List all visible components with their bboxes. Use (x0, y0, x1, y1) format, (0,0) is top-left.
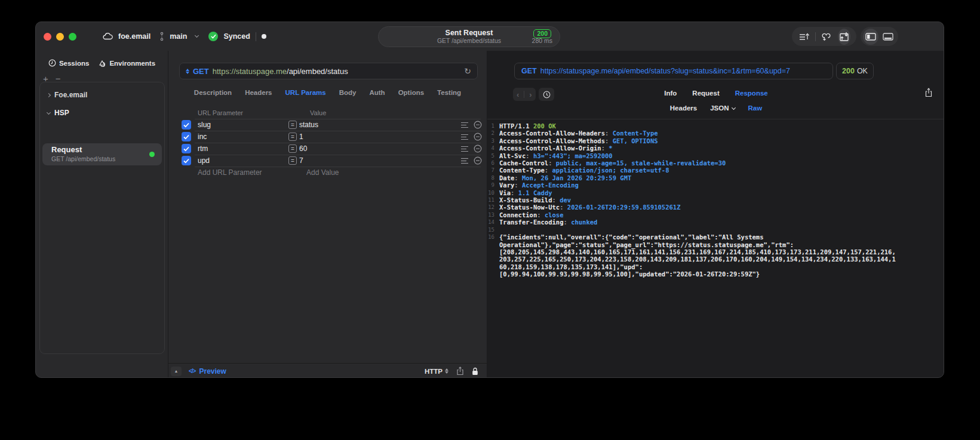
expand-panel-icon[interactable]: ▲ (171, 367, 182, 376)
tree-item-hsp[interactable]: HSP (40, 106, 164, 119)
tree-item-foe-email[interactable]: Foe.email (40, 88, 164, 101)
response-line: 3Access-Control-Allow-Methods: GET, OPTI… (487, 137, 944, 144)
toggle-bottom-panel-icon[interactable] (880, 29, 896, 45)
param-name[interactable]: upd (198, 156, 288, 165)
method-stepper-icon[interactable] (186, 69, 189, 74)
request-duration: 280 ms (532, 37, 552, 44)
import-export-icon[interactable] (838, 29, 850, 45)
request-footer: ▲ </> Preview HTTP (168, 363, 487, 378)
sidebar-tabs: Sessions Environments (36, 59, 168, 67)
response-line: 10Via: 1.1 Caddy (487, 189, 944, 196)
row-remove-icon[interactable] (474, 133, 483, 141)
tab-raw[interactable]: Raw (748, 104, 763, 112)
add-param-placeholder[interactable]: Add URL Parameter (198, 168, 306, 177)
sessions-list: Foe.email HSP Request GET /api/embed/sta… (39, 82, 165, 354)
toolbar-divider (815, 32, 816, 41)
chevron-right-icon (47, 93, 51, 97)
request-url-bar[interactable]: GET https://statuspage.me/api/embed/stat… (179, 63, 478, 79)
close-window-button[interactable] (44, 33, 51, 41)
row-options-icon[interactable] (460, 134, 470, 140)
tab-json[interactable]: JSON (710, 104, 735, 112)
tab-description[interactable]: Description (194, 89, 232, 96)
unsaved-dot-icon (262, 34, 266, 39)
preview-button[interactable]: </> Preview (189, 367, 226, 376)
tab-testing[interactable]: Testing (437, 89, 461, 96)
resend-icon[interactable]: ↻ (464, 66, 471, 76)
response-method: GET (521, 67, 537, 75)
tab-auth[interactable]: Auth (369, 89, 385, 96)
param-name[interactable]: inc (198, 133, 288, 141)
tab-options[interactable]: Options (398, 89, 424, 96)
param-checkbox[interactable] (182, 156, 191, 165)
row-remove-icon[interactable] (474, 121, 483, 129)
tab-response[interactable]: Response (735, 90, 768, 97)
url-path[interactable]: /api/embed/status (287, 67, 348, 76)
response-url: https://statuspage.me/api/embed/status?s… (540, 67, 790, 75)
protocol-stepper-icon (445, 368, 448, 374)
sync-loop-icon[interactable] (821, 29, 833, 45)
response-url-bar[interactable]: GET https://statuspage.me/api/embed/stat… (514, 63, 833, 79)
tab-headers[interactable]: Headers (245, 89, 272, 96)
response-line: 13Connection: close (487, 211, 944, 219)
tab-environments[interactable]: Environments (99, 59, 155, 67)
tab-info[interactable]: Info (664, 90, 677, 97)
branch-icon (159, 32, 164, 41)
project-area: foe.email main Synced (103, 22, 266, 51)
tab-request[interactable]: Request (692, 90, 719, 97)
request-list-item[interactable]: Request GET /api/embed/status (42, 143, 162, 165)
row-options-icon[interactable] (460, 122, 470, 128)
response-line: 6Cache-Control: public, max-age=15, stal… (487, 159, 944, 167)
url-host[interactable]: https://statuspage.me (213, 67, 287, 76)
minimize-window-button[interactable] (56, 33, 64, 41)
protocol-selector[interactable]: HTTP (425, 368, 448, 375)
toggle-sidebar-icon[interactable] (863, 29, 878, 45)
param-value[interactable]: status (299, 121, 460, 129)
environments-label: Environments (109, 60, 155, 67)
tab-headers[interactable]: Headers (670, 104, 697, 112)
tab-url-params[interactable]: URL Params (285, 89, 326, 96)
toolbar-group-left (792, 27, 856, 46)
add-param-row[interactable]: Add URL Parameter Add Value (168, 167, 487, 179)
response-line: 1HTTP/1.1 200 OK (487, 122, 944, 130)
param-value[interactable]: 1 (299, 133, 460, 141)
param-checkbox[interactable] (182, 144, 191, 153)
request-list-icon[interactable] (798, 29, 810, 45)
param-value[interactable]: 7 (299, 156, 460, 165)
branch-chevron-icon[interactable] (195, 33, 199, 37)
zoom-window-button[interactable] (69, 33, 76, 41)
request-tabs: DescriptionHeadersURL ParamsBodyAuthOpti… (168, 89, 487, 96)
row-remove-icon[interactable] (474, 156, 483, 165)
sidebar: Sessions Environments + − Foe.email (36, 51, 168, 378)
tab-sessions[interactable]: Sessions (48, 59, 90, 67)
sync-status[interactable]: Synced (223, 32, 250, 41)
sent-request-title: Sent Request (379, 29, 560, 37)
response-line: 4Access-Control-Allow-Origin: * (487, 144, 944, 152)
response-line: 7Content-Type: application/json; charset… (487, 167, 944, 174)
branch-name[interactable]: main (170, 32, 187, 41)
add-value-placeholder[interactable]: Add Value (306, 168, 339, 177)
project-name[interactable]: foe.email (118, 32, 150, 41)
share-icon[interactable] (456, 367, 464, 376)
param-name[interactable]: rtm (198, 144, 288, 153)
param-checkbox[interactable] (182, 132, 191, 141)
param-name[interactable]: slug (198, 121, 288, 129)
row-options-icon[interactable] (460, 146, 470, 152)
lock-icon[interactable] (472, 367, 478, 376)
sync-check-icon (208, 32, 218, 41)
response-body[interactable]: 1HTTP/1.1 200 OK2Access-Control-Allow-He… (487, 122, 944, 278)
response-status-pill: 200 OK (836, 63, 874, 79)
param-row: rtm=60 (168, 143, 487, 155)
request-method[interactable]: GET (193, 67, 209, 76)
request-item-subtitle: GET /api/embed/status (51, 155, 115, 162)
response-tabs: InfoRequestResponse (487, 90, 944, 97)
row-remove-icon[interactable] (474, 144, 483, 153)
sent-request-pill[interactable]: Sent Request GET /api/embed/status 200 2… (378, 26, 560, 47)
export-response-icon[interactable] (924, 88, 933, 97)
titlebar: foe.email main Synced Sent Request GET /… (36, 22, 944, 51)
row-options-icon[interactable] (460, 158, 470, 164)
param-value[interactable]: 60 (299, 144, 460, 153)
protocol-label: HTTP (425, 368, 443, 375)
equals-icon: = (288, 133, 297, 141)
param-checkbox[interactable] (182, 120, 191, 130)
tab-body[interactable]: Body (339, 89, 357, 96)
